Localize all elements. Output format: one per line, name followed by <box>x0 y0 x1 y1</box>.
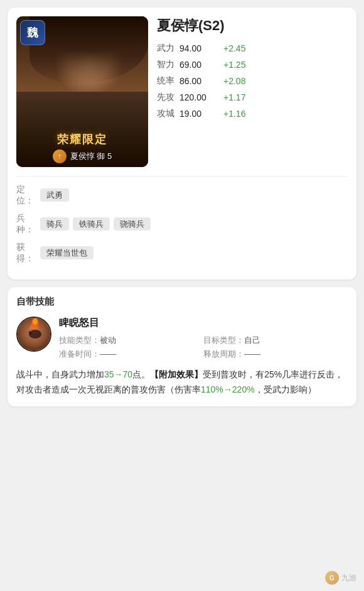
game-logo: 魏 <box>20 20 45 45</box>
stat-label: 攻城 <box>157 108 179 119</box>
stat-row: 武力 94.00 +2.45 <box>157 43 348 54</box>
stat-delta: +2.45 <box>223 43 245 53</box>
skill-meta-value: 被动 <box>100 335 116 345</box>
general-card: 魏 荣耀限定 ↑ 夏侯惇 御 5 夏侯惇(S2) 武力 94.00 +2.45 … <box>8 8 356 279</box>
skill-name: 睥睨怒目 <box>59 317 348 330</box>
tag: 铁骑兵 <box>73 217 110 230</box>
stat-value: 69.00 <box>179 60 223 70</box>
position-row: 定位： 武勇 <box>16 184 348 207</box>
stat-value: 120.00 <box>179 92 223 102</box>
portrait-label: 荣耀限定 <box>16 132 148 147</box>
stat-delta: +1.16 <box>223 109 245 119</box>
highlight-green: 35→70 <box>104 369 132 379</box>
info-section: 定位： 武勇 兵种： 骑兵铁骑兵骁骑兵 获得： 荣耀当世包 <box>16 176 348 264</box>
highlight-green: 110%→220% <box>201 384 255 394</box>
skill-meta-value: —— <box>100 349 116 359</box>
watermark-text: 九游 <box>341 573 356 583</box>
troops-label: 兵种： <box>16 213 40 236</box>
skill-meta-item: 目标类型：自己 <box>203 335 348 346</box>
skill-info: 睥睨怒目 技能类型：被动目标类型：自己准备时间：——释放周期：—— <box>59 317 348 360</box>
tag: 荣耀当世包 <box>40 246 94 259</box>
skill-icon <box>16 317 51 352</box>
skill-meta-value: 自己 <box>244 335 260 345</box>
troops-row: 兵种： 骑兵铁骑兵骁骑兵 <box>16 213 348 236</box>
tag: 骁骑兵 <box>114 217 151 230</box>
tag: 武勇 <box>40 188 69 202</box>
skill-meta-item: 释放周期：—— <box>203 349 348 360</box>
position-label: 定位： <box>16 184 40 207</box>
skill-icon-svg <box>18 318 51 352</box>
watermark-icon: G <box>325 571 339 585</box>
stats-panel: 夏侯惇(S2) 武力 94.00 +2.45 智力 69.00 +1.25 统率… <box>157 16 348 167</box>
watermark: G 九游 <box>325 571 356 585</box>
badge-text: 夏侯惇 御 5 <box>70 151 112 162</box>
stat-row: 先攻 120.00 +1.17 <box>157 92 348 103</box>
stat-value: 94.00 <box>179 43 223 53</box>
skill-meta-label: 技能类型： <box>59 335 100 345</box>
obtain-row: 获得： 荣耀当世包 <box>16 242 348 264</box>
stat-delta: +1.17 <box>223 92 245 102</box>
highlight-bold: 【附加效果】 <box>150 369 203 379</box>
stat-value: 19.00 <box>179 109 223 119</box>
top-section: 魏 荣耀限定 ↑ 夏侯惇 御 5 夏侯惇(S2) 武力 94.00 +2.45 … <box>16 16 348 167</box>
skill-meta-item: 准备时间：—— <box>59 349 203 360</box>
skill-meta-label: 释放周期： <box>203 349 244 359</box>
skill-meta-item: 技能类型：被动 <box>59 335 203 346</box>
stat-delta: +2.08 <box>223 76 245 86</box>
skills-section-title: 自带技能 <box>16 296 348 308</box>
skill-meta-grid: 技能类型：被动目标类型：自己准备时间：——释放周期：—— <box>59 335 348 360</box>
position-tags: 武勇 <box>40 190 73 201</box>
badge-icon: ↑ <box>53 149 67 163</box>
stat-value: 86.00 <box>179 76 223 86</box>
stat-label: 智力 <box>157 59 179 70</box>
stat-row: 统率 86.00 +2.08 <box>157 75 348 87</box>
portrait-container: 魏 荣耀限定 ↑ 夏侯惇 御 5 <box>16 16 148 167</box>
skills-card: 自带技能 睥睨怒目 技能类型：被动目标类型：自己准备时间：——释放周期：—— <box>8 287 356 406</box>
stat-row: 攻城 19.00 +1.16 <box>157 108 348 119</box>
stat-row: 智力 69.00 +1.25 <box>157 59 348 70</box>
obtain-label: 获得： <box>16 242 40 264</box>
portrait-badge: ↑ 夏侯惇 御 5 <box>16 149 148 163</box>
skill-meta-label: 准备时间： <box>59 349 100 359</box>
skill-description: 战斗中，自身武力增加35→70点。【附加效果】受到普攻时，有25%几率进行反击，… <box>16 367 348 398</box>
troops-tags: 骑兵铁骑兵骁骑兵 <box>40 219 154 230</box>
stat-delta: +1.25 <box>223 60 245 70</box>
skill-meta-value: —— <box>244 349 260 359</box>
skill-meta-label: 目标类型： <box>203 335 244 345</box>
general-name: 夏侯惇(S2) <box>157 16 348 35</box>
obtain-tags: 荣耀当世包 <box>40 247 97 259</box>
stat-label: 武力 <box>157 43 179 54</box>
skill-header: 睥睨怒目 技能类型：被动目标类型：自己准备时间：——释放周期：—— <box>16 317 348 360</box>
stat-rows: 武力 94.00 +2.45 智力 69.00 +1.25 统率 86.00 +… <box>157 43 348 119</box>
svg-point-4 <box>33 318 38 325</box>
stat-label: 先攻 <box>157 92 179 103</box>
stat-label: 统率 <box>157 75 179 87</box>
tag: 骑兵 <box>40 217 69 230</box>
